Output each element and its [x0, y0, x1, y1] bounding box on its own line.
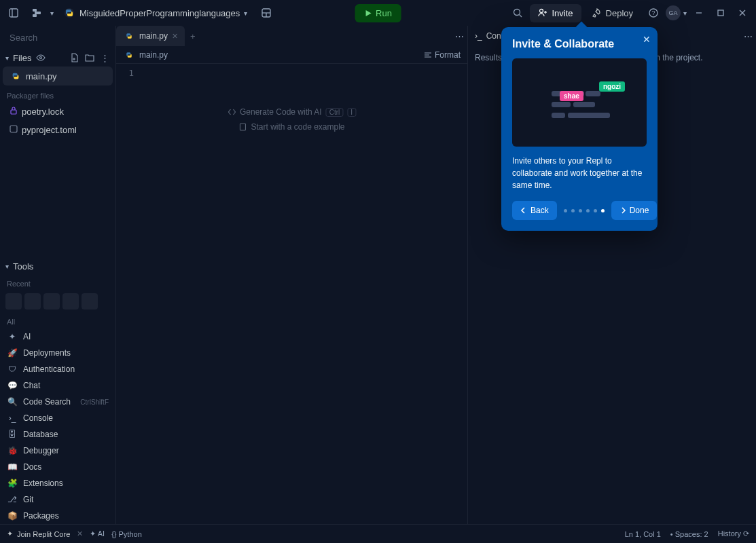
file-item-poetry[interactable]: poetry.lock	[3, 103, 113, 120]
python-icon	[123, 30, 135, 42]
search-button[interactable]	[508, 3, 527, 22]
chat-icon: 💬	[7, 380, 18, 391]
chevron-right-icon	[619, 207, 626, 214]
chevron-down-icon: ▾	[5, 263, 9, 270]
new-folder-icon[interactable]	[84, 52, 95, 63]
toggle-sidebar-button[interactable]	[4, 3, 23, 22]
tool-ai[interactable]: ✦AI	[0, 329, 115, 345]
files-header[interactable]: ▾ Files ⋮	[0, 50, 115, 66]
help-button[interactable]: ?	[644, 3, 663, 22]
lang-status[interactable]: {} Python	[111, 530, 142, 538]
tool-extensions[interactable]: 🧩Extensions	[0, 475, 115, 491]
file-name: pyproject.toml	[22, 125, 77, 135]
history-button[interactable]: History ⟳	[718, 529, 749, 538]
search-icon: 🔍	[7, 396, 18, 407]
svg-rect-4	[33, 14, 37, 17]
hidden-files-icon[interactable]	[35, 52, 46, 63]
chevron-down-icon: ▾	[5, 54, 9, 62]
indent-status[interactable]: • Spaces: 2	[670, 530, 708, 538]
tools-header[interactable]: ▾ Tools	[0, 259, 115, 274]
maximize-button[interactable]	[711, 3, 730, 22]
tool-docs[interactable]: 📖Docs	[0, 459, 115, 475]
search-icon	[513, 8, 522, 18]
popover-illustration: ngozi shae	[512, 58, 647, 147]
svg-point-9	[514, 10, 520, 16]
tool-code-search[interactable]: 🔍Code SearchCtrlShiftF	[0, 394, 115, 410]
chevron-down-icon[interactable]: ▾	[683, 10, 687, 17]
file-item-pyproject[interactable]: pyproject.toml	[3, 121, 113, 138]
add-tab-button[interactable]: +	[185, 31, 201, 41]
svg-point-11	[540, 10, 543, 13]
editor-body[interactable]: 1 Generate Code with AI Ctrl I Start wit…	[116, 64, 467, 524]
tool-console[interactable]: ›_Console	[0, 410, 115, 426]
svg-rect-2	[33, 9, 37, 12]
tool-database[interactable]: 🗄Database	[0, 426, 115, 443]
run-label: Run	[376, 8, 392, 18]
recent-tool[interactable]	[5, 293, 22, 310]
format-label: Format	[435, 50, 461, 60]
popover-title: Invite & Collaborate	[512, 38, 647, 50]
tools-label: Tools	[13, 261, 33, 272]
recent-tools	[0, 291, 115, 312]
close-icon[interactable]: ✕	[643, 34, 651, 45]
avatar[interactable]: GA	[666, 5, 681, 20]
tool-packages[interactable]: 📦Packages	[0, 508, 115, 524]
recent-tool[interactable]	[82, 293, 98, 310]
branch-icon: ⎇	[7, 494, 18, 505]
hint-start-example[interactable]: Start with a code example	[228, 119, 356, 134]
package-icon: 📦	[7, 510, 18, 521]
chevron-down-icon[interactable]: ▾	[50, 10, 54, 17]
recent-tool[interactable]	[24, 293, 41, 310]
cursor-position[interactable]: Ln 1, Col 1	[625, 530, 661, 538]
more-icon[interactable]: ⋯	[745, 31, 756, 41]
rocket-icon	[592, 8, 602, 18]
terminal-icon: ›_	[475, 31, 482, 41]
editor-tab[interactable]: main.py ✕	[116, 26, 185, 46]
lock-icon	[10, 107, 18, 117]
database-icon: 🗄	[7, 429, 18, 440]
new-file-icon[interactable]	[69, 52, 80, 63]
packager-label: Packager files	[0, 86, 115, 102]
join-core-button[interactable]: ✦ Join Replit Core	[7, 529, 70, 538]
format-button[interactable]: Format	[424, 50, 461, 60]
user-plus-icon	[538, 8, 547, 18]
format-icon	[424, 51, 432, 59]
crumb-text: main.py	[139, 50, 168, 60]
more-icon[interactable]: ⋮	[99, 52, 110, 63]
chevron-left-icon	[520, 207, 527, 214]
close-icon[interactable]: ✕	[77, 529, 83, 538]
layout-icon[interactable]	[257, 3, 276, 22]
popover-desc: Invite others to your Repl to collaborat…	[512, 155, 647, 191]
play-icon	[364, 10, 372, 17]
search-input[interactable]	[4, 29, 111, 47]
minimize-button[interactable]	[689, 3, 708, 22]
tool-chat[interactable]: 💬Chat	[0, 377, 115, 394]
deploy-button[interactable]: Deploy	[584, 4, 641, 22]
tab-label: main.py	[139, 31, 168, 41]
recent-tool[interactable]	[43, 293, 60, 310]
close-icon[interactable]: ✕	[172, 32, 178, 41]
file-item-main[interactable]: main.py	[3, 67, 113, 86]
tool-authentication[interactable]: 🛡Authentication	[0, 361, 115, 377]
back-button[interactable]: Back	[512, 201, 557, 220]
tool-git[interactable]: ⎇Git	[0, 491, 115, 508]
replit-logo-icon[interactable]	[27, 3, 46, 22]
hint-generate-ai[interactable]: Generate Code with AI Ctrl I	[228, 105, 356, 119]
run-button[interactable]: Run	[355, 4, 401, 22]
more-icon[interactable]: ⋯	[456, 31, 467, 41]
invite-button[interactable]: Invite	[530, 4, 581, 22]
svg-rect-0	[10, 9, 18, 17]
bug-icon: 🐞	[7, 445, 18, 456]
code-icon	[228, 108, 236, 116]
done-button[interactable]: Done	[611, 201, 658, 220]
ai-status[interactable]: ✦ AI	[90, 529, 105, 538]
project-name[interactable]: MisguidedProperProgramminglanguages ▾	[58, 4, 253, 22]
invite-label: Invite	[552, 8, 573, 18]
svg-text:?: ?	[651, 10, 655, 16]
all-label: All	[0, 312, 115, 329]
recent-tool[interactable]	[62, 293, 79, 310]
tool-deployments[interactable]: 🚀Deployments	[0, 345, 115, 361]
tool-debugger[interactable]: 🐞Debugger	[0, 443, 115, 459]
close-window-button[interactable]	[733, 3, 752, 22]
svg-line-10	[520, 15, 522, 18]
